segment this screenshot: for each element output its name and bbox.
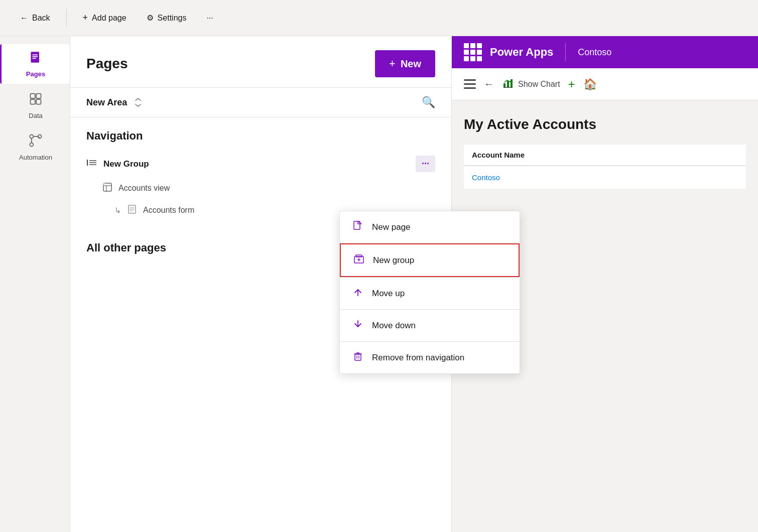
hamburger-icon[interactable] [464, 79, 476, 89]
navigation-title: Navigation [86, 129, 435, 143]
pages-header: Pages + New [70, 36, 451, 87]
home-icon[interactable]: 🏠 [583, 78, 597, 91]
content-toolbar: ← Show Chart + 🏠 [452, 68, 758, 100]
svg-rect-3 [36, 94, 41, 98]
left-sidebar: Pages Data [0, 36, 70, 532]
show-chart-button[interactable]: Show Chart [502, 77, 560, 91]
svg-rect-2 [31, 94, 35, 98]
data-icon [29, 92, 43, 109]
form-icon [127, 204, 137, 216]
area-chevron-button[interactable] [133, 98, 143, 107]
pages-icon [29, 50, 43, 67]
nav-group-header-left: New Group [86, 157, 149, 171]
svg-rect-5 [36, 99, 41, 104]
svg-rect-21 [355, 354, 361, 360]
plus-icon: + [83, 13, 88, 23]
nav-group-more-button[interactable]: ··· [416, 156, 435, 172]
navigation-section: Navigation New G [70, 117, 451, 225]
automation-icon [29, 134, 43, 151]
svg-point-8 [30, 143, 33, 147]
area-selector: New Area 🔍 [70, 87, 451, 117]
content-table: Account Name Contoso [464, 145, 746, 189]
table-row[interactable]: Contoso [464, 166, 746, 189]
sidebar-item-pages[interactable]: Pages [0, 44, 70, 84]
content-title: My Active Accounts [464, 116, 746, 132]
context-menu-new-group[interactable]: New group [340, 243, 520, 277]
context-menu-move-up[interactable]: Move up [340, 278, 520, 309]
table-header-row: Account Name [464, 145, 746, 166]
view-icon [102, 182, 112, 194]
powerapps-bar: Power Apps Contoso [452, 36, 758, 68]
nav-group-list-icon [86, 157, 97, 171]
nav-group-name: New Group [103, 159, 149, 169]
add-page-button[interactable]: + Add page [75, 9, 135, 27]
trash-icon [352, 351, 364, 364]
account-name-header: Account Name [464, 151, 746, 159]
accounts-view-item[interactable]: Accounts view [102, 177, 435, 199]
nav-group-header[interactable]: New Group ··· [86, 151, 435, 177]
move-up-icon [352, 287, 364, 300]
area-search-button[interactable]: 🔍 [422, 96, 435, 109]
sidebar-item-data[interactable]: Data [0, 86, 70, 125]
new-button[interactable]: + New [375, 50, 435, 77]
svg-rect-20 [356, 255, 362, 257]
new-page-icon [352, 220, 364, 234]
powerapps-waffle-icon [464, 43, 482, 61]
sidebar-item-automation[interactable]: Automation [0, 127, 70, 167]
back-button[interactable]: ← Back [12, 10, 58, 27]
context-menu-remove[interactable]: Remove from navigation [340, 342, 520, 373]
area-selector-left: New Area [86, 97, 143, 108]
new-plus-icon: + [389, 57, 396, 70]
back-arrow-icon: ← [20, 14, 28, 23]
area-name: New Area [86, 97, 127, 108]
chart-icon [502, 77, 514, 91]
context-menu: New page New group Move up Move dow [339, 211, 520, 374]
svg-rect-16 [507, 81, 509, 88]
new-group-icon [353, 253, 365, 267]
powerapps-bar-divider [565, 43, 566, 61]
more-button[interactable]: ··· [198, 10, 221, 27]
gear-icon: ⚙ [147, 13, 154, 23]
add-record-button[interactable]: + [568, 77, 575, 91]
pages-title: Pages [86, 56, 128, 72]
content-area: My Active Accounts Account Name Contoso [452, 100, 758, 205]
move-down-icon [352, 319, 364, 332]
settings-button[interactable]: ⚙ Settings [139, 9, 195, 27]
toolbar-divider [66, 9, 67, 27]
nested-arrow-icon: ↳ [114, 206, 121, 215]
svg-rect-4 [31, 99, 35, 104]
context-menu-new-page[interactable]: New page [340, 211, 520, 243]
context-menu-move-down[interactable]: Move down [340, 310, 520, 341]
svg-point-6 [30, 135, 33, 138]
top-toolbar: ← Back + Add page ⚙ Settings ··· [0, 0, 758, 36]
svg-rect-1 [31, 52, 39, 63]
powerapps-org: Contoso [578, 47, 611, 58]
powerapps-title: Power Apps [490, 46, 553, 59]
account-name-cell: Contoso [464, 173, 746, 182]
content-back-button[interactable]: ← [484, 78, 494, 90]
